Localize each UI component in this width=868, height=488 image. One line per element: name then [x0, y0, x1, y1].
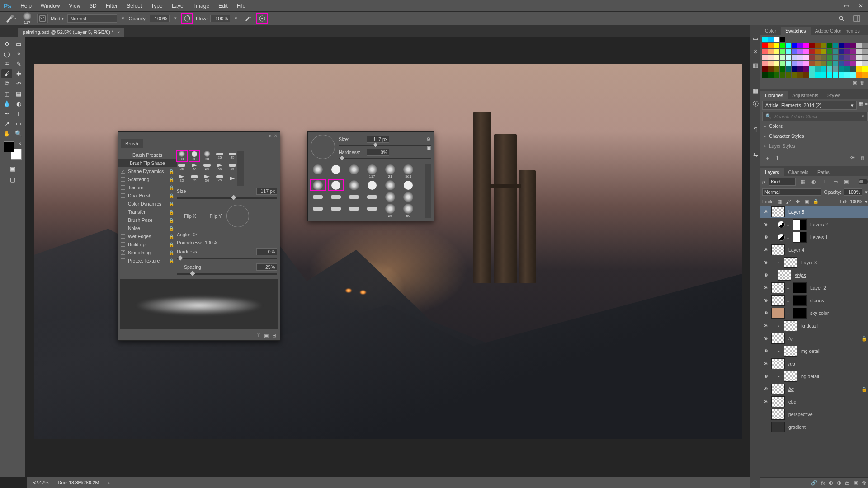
- lib-visible-icon[interactable]: 👁: [849, 155, 857, 162]
- picker-size-field[interactable]: 117 px: [367, 136, 389, 143]
- layer-name[interactable]: bg: [787, 386, 859, 392]
- styles-tab[interactable]: Styles: [823, 91, 845, 99]
- lib-group-colors[interactable]: ▸Colors: [762, 121, 868, 131]
- swatch[interactable]: [797, 55, 803, 60]
- brush-tip-1[interactable]: 30: [189, 151, 199, 161]
- picker-brush-0[interactable]: [311, 164, 325, 178]
- layer-name[interactable]: Layer 3: [799, 260, 868, 265]
- dodge-tool[interactable]: ◐: [13, 99, 24, 108]
- swatch[interactable]: [850, 72, 856, 78]
- layers-tab[interactable]: Layers: [760, 168, 784, 176]
- swatch[interactable]: [821, 49, 826, 54]
- visibility-icon[interactable]: 👁: [762, 374, 769, 379]
- swatch[interactable]: [815, 61, 821, 66]
- picker-brush-23[interactable]: 50: [401, 204, 415, 218]
- swatch[interactable]: [786, 55, 791, 60]
- spacing-field[interactable]: 25%: [256, 263, 277, 271]
- layer-name[interactable]: mg detail: [799, 348, 868, 354]
- new-adjust-icon[interactable]: ◑: [837, 480, 841, 486]
- lock-paint-icon[interactable]: 🖌: [785, 199, 792, 204]
- visibility-icon[interactable]: 👁: [762, 285, 769, 291]
- swatch[interactable]: [833, 72, 838, 78]
- swatch[interactable]: [780, 72, 785, 78]
- delete-swatch-icon[interactable]: 🗑: [860, 80, 865, 86]
- lib-grid-view-icon[interactable]: ▦: [859, 101, 863, 110]
- swatch[interactable]: [827, 61, 832, 66]
- swatch[interactable]: [850, 49, 856, 54]
- swatch[interactable]: [774, 55, 779, 60]
- visibility-icon[interactable]: 👁: [762, 235, 769, 240]
- swatch[interactable]: [797, 43, 803, 48]
- swatch[interactable]: [833, 49, 838, 54]
- brush-tip-5[interactable]: 25: [177, 162, 187, 172]
- menu-layer[interactable]: Layer: [167, 3, 190, 9]
- layer-name[interactable]: Layer 2: [808, 285, 868, 291]
- swatches-tab[interactable]: Swatches: [781, 27, 811, 35]
- navigator-icon[interactable]: ▦: [750, 86, 760, 94]
- menu-filter[interactable]: Filter: [101, 3, 123, 9]
- brush-tip-0[interactable]: 30: [177, 151, 187, 161]
- layer-name[interactable]: ebg: [787, 399, 868, 404]
- layer-name[interactable]: fg: [787, 336, 859, 341]
- layer-row[interactable]: 👁⬨sky color: [760, 307, 868, 319]
- swap-colors-icon[interactable]: ⤭: [18, 141, 22, 146]
- opacity-pressure-icon[interactable]: [181, 13, 193, 24]
- new-group-icon[interactable]: 🗀: [845, 480, 850, 486]
- hardness-field[interactable]: 0%: [256, 248, 277, 255]
- swatch[interactable]: [827, 43, 832, 48]
- layer-row[interactable]: 👁▸Layer 3: [760, 256, 868, 269]
- new-swatch-icon[interactable]: ▣: [853, 80, 857, 86]
- swatch[interactable]: [774, 72, 779, 78]
- color-tab[interactable]: Color: [760, 27, 781, 35]
- swatch[interactable]: [821, 66, 826, 72]
- visibility-icon[interactable]: 👁: [762, 323, 769, 328]
- menu-edit[interactable]: Edit: [214, 3, 232, 9]
- paths-tab[interactable]: Paths: [813, 168, 834, 176]
- menu-select[interactable]: Select: [122, 3, 146, 9]
- swatch[interactable]: [792, 66, 797, 72]
- menu-type[interactable]: Type: [146, 3, 167, 9]
- swatch[interactable]: [768, 49, 774, 54]
- swatch[interactable]: [803, 61, 809, 66]
- picker-brush-21[interactable]: [365, 204, 379, 218]
- shape-tool[interactable]: ▭: [13, 119, 24, 128]
- layer-filter-kind[interactable]: Kind: [769, 178, 796, 186]
- layer-name[interactable]: Layer 4: [787, 247, 868, 253]
- swatch[interactable]: [862, 61, 868, 66]
- blend-mode-layer[interactable]: Normal: [762, 188, 821, 196]
- brush-tip-11[interactable]: 25: [189, 174, 199, 183]
- brush-option-scattering[interactable]: Scattering🔒: [118, 175, 177, 183]
- document-tab[interactable]: painting.psd @ 52.5% (Layer 5, RGB/8) * …: [18, 28, 124, 37]
- swatch[interactable]: [856, 55, 862, 60]
- brush-presets-link[interactable]: Brush Presets: [118, 151, 177, 159]
- visibility-icon[interactable]: 👁: [762, 222, 769, 227]
- swatch[interactable]: [809, 72, 815, 78]
- brush-option-noise[interactable]: Noise🔒: [118, 224, 177, 232]
- lock-nest-icon[interactable]: ▣: [803, 199, 810, 204]
- swatch[interactable]: [856, 49, 862, 54]
- layer-name[interactable]: mg: [787, 361, 868, 366]
- layer-opacity-field[interactable]: 100%: [844, 188, 862, 196]
- swatch[interactable]: [786, 43, 791, 48]
- brush-tip-4[interactable]: 25: [227, 151, 237, 161]
- opacity-field[interactable]: 100%: [150, 15, 170, 22]
- visibility-icon[interactable]: 👁: [762, 209, 769, 215]
- swatch[interactable]: [792, 55, 797, 60]
- swatch[interactable]: [821, 61, 826, 66]
- swatch[interactable]: [844, 43, 850, 48]
- add-mask-icon[interactable]: ◐: [829, 480, 833, 486]
- history-brush-tool[interactable]: ↶: [13, 79, 24, 88]
- adjustments-tab[interactable]: Adjustments: [788, 91, 823, 99]
- layer-name[interactable]: Levels 1: [808, 235, 868, 240]
- filter-smart-icon[interactable]: ▣: [843, 179, 850, 185]
- lock-all-icon[interactable]: 🔒: [812, 198, 819, 204]
- picker-brush-22[interactable]: 25: [383, 204, 397, 218]
- swatch[interactable]: [833, 43, 838, 48]
- swatch[interactable]: [850, 43, 856, 48]
- swatch[interactable]: [839, 61, 844, 66]
- swatch[interactable]: [821, 72, 826, 78]
- visibility-icon[interactable]: 👁: [762, 247, 769, 253]
- layer-name[interactable]: bg detail: [799, 374, 868, 379]
- picker-brush-1[interactable]: [329, 164, 343, 178]
- swatch[interactable]: [792, 72, 797, 78]
